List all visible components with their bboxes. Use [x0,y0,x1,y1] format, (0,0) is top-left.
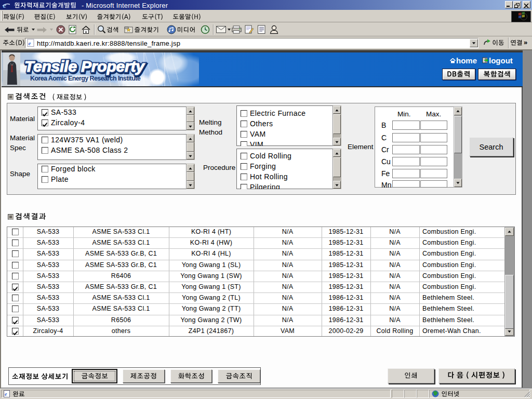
svg-text:e: e [29,40,31,46]
svg-text:e: e [5,391,7,397]
svg-text:Tensile Property: Tensile Property [24,58,145,75]
